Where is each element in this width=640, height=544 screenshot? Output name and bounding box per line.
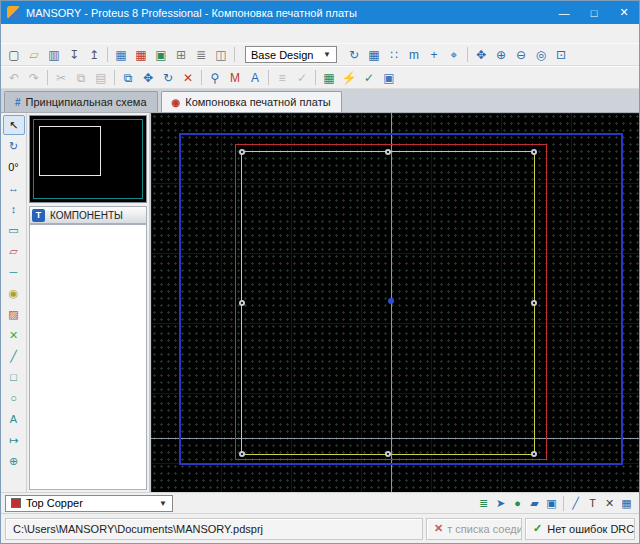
layer-selector[interactable]: Top Copper ▼ — [5, 495, 173, 512]
tab-bar: # Принципиальная схема ◉ Компоновка печа… — [1, 89, 639, 113]
zoom-out-icon[interactable]: ⊖ — [511, 45, 531, 64]
snap-grid-icon[interactable]: ∷ — [384, 45, 404, 64]
filter-all-icon[interactable]: ▦ — [618, 495, 635, 512]
menu-tools[interactable] — [64, 32, 76, 36]
auto-name-icon[interactable]: M — [225, 68, 245, 87]
netlist-icon[interactable]: ≡ — [272, 68, 292, 87]
find-component-icon[interactable]: ⚲ — [205, 68, 225, 87]
design-explorer-icon[interactable]: ⊞ — [171, 45, 191, 64]
select-tool-icon[interactable]: ↖ — [3, 115, 25, 135]
close-button[interactable]: ✕ — [609, 1, 639, 24]
cursor-toggle-icon[interactable]: ⌖ — [444, 45, 464, 64]
menu-library[interactable] — [52, 32, 64, 36]
components-list[interactable] — [29, 224, 147, 490]
filter-pads-icon[interactable]: ▣ — [543, 495, 560, 512]
mirror-y-icon[interactable]: ↕ — [3, 199, 25, 219]
drc-report-icon[interactable]: ✓ — [359, 68, 379, 87]
auto-placer-icon[interactable]: ▦ — [319, 68, 339, 87]
via-mode-icon[interactable]: ◉ — [3, 283, 25, 303]
component-mode-icon[interactable]: ▭ — [3, 220, 25, 240]
menu-output[interactable] — [16, 32, 28, 36]
filter-text-icon[interactable]: T — [584, 495, 601, 512]
menu-file[interactable] — [4, 32, 16, 36]
undo-icon[interactable]: ↶ — [4, 68, 24, 87]
separator — [47, 70, 48, 85]
separator — [563, 496, 564, 511]
filter-zones-icon[interactable]: ▰ — [526, 495, 543, 512]
2d-box-icon[interactable]: □ — [3, 367, 25, 387]
separator — [114, 70, 115, 85]
maximize-button[interactable]: □ — [579, 1, 609, 24]
block-move-icon[interactable]: ✥ — [138, 68, 158, 87]
track-mode-icon[interactable]: ─ — [3, 262, 25, 282]
property-tool-icon[interactable]: A — [245, 68, 265, 87]
design-selector[interactable]: Base Design ▼ — [245, 46, 337, 63]
2d-text-icon[interactable]: A — [3, 409, 25, 429]
2d-circle-icon[interactable]: ○ — [3, 388, 25, 408]
zoom-all-icon[interactable]: ◎ — [531, 45, 551, 64]
menu-help[interactable] — [100, 32, 112, 36]
filter-tracks-icon[interactable]: ➤ — [492, 495, 509, 512]
false-origin-icon[interactable]: + — [424, 45, 444, 64]
pan-icon[interactable]: ✥ — [471, 45, 491, 64]
package-mode-icon[interactable]: ▱ — [3, 241, 25, 261]
menu-bar — [1, 24, 639, 43]
dimension-icon[interactable]: ↦ — [3, 430, 25, 450]
chevron-down-icon: ▼ — [323, 50, 331, 59]
crc-icon[interactable]: ✓ — [292, 68, 312, 87]
menu-view[interactable] — [40, 32, 52, 36]
menu-process[interactable] — [76, 32, 88, 36]
new-project-icon[interactable]: ▢ — [4, 45, 24, 64]
filter-markers-icon[interactable]: ✕ — [601, 495, 618, 512]
redraw-icon[interactable]: ↻ — [344, 45, 364, 64]
import-icon[interactable]: ↧ — [64, 45, 84, 64]
toolbar-edit: ↶↷✂⧉▤⧉✥↻✕⚲MA≡✓▦⚡✓▣ — [1, 66, 639, 89]
2d-line-icon[interactable]: ╱ — [3, 346, 25, 366]
filter-vias-icon[interactable]: ● — [509, 495, 526, 512]
ratsnest-mode-icon[interactable]: ✕ — [3, 325, 25, 345]
tab-icon: ◉ — [172, 97, 181, 108]
zoom-in-icon[interactable]: ⊕ — [491, 45, 511, 64]
mirror-x-icon[interactable]: ↔ — [3, 178, 25, 198]
filter-layers-icon[interactable]: ≣ — [475, 495, 492, 512]
menu-system[interactable] — [88, 32, 100, 36]
metric-toggle-icon[interactable]: m — [404, 45, 424, 64]
export-icon[interactable]: ↥ — [84, 45, 104, 64]
redraw-tool-icon[interactable]: ↻ — [3, 136, 25, 156]
cut-icon[interactable]: ✂ — [51, 68, 71, 87]
redo-icon[interactable]: ↷ — [24, 68, 44, 87]
schematic-view-icon[interactable]: ▦ — [111, 45, 131, 64]
block-copy-icon[interactable]: ⧉ — [118, 68, 138, 87]
separator — [268, 70, 269, 85]
origin-tool-icon[interactable]: ⊕ — [3, 451, 25, 471]
filter-graphics-icon[interactable]: ╱ — [567, 495, 584, 512]
block-rotate-icon[interactable]: ↻ — [158, 68, 178, 87]
pcb-canvas[interactable] — [151, 113, 639, 492]
zoom-area-icon[interactable]: ⊡ — [551, 45, 571, 64]
pcb-view-icon[interactable]: ▦ — [131, 45, 151, 64]
minimize-button[interactable]: — — [549, 1, 579, 24]
save-project-icon[interactable]: ▥ — [44, 45, 64, 64]
menu-edit[interactable] — [28, 32, 40, 36]
3d-visualizer-icon[interactable]: ▣ — [379, 68, 399, 87]
block-delete-icon[interactable]: ✕ — [178, 68, 198, 87]
separator — [234, 47, 235, 62]
tab-schematic[interactable]: # Принципиальная схема — [4, 91, 158, 112]
gerber-view-icon[interactable]: ◫ — [211, 45, 231, 64]
copy-icon[interactable]: ⧉ — [71, 68, 91, 87]
separator — [467, 47, 468, 62]
grid-toggle-icon[interactable]: ▦ — [364, 45, 384, 64]
bom-view-icon[interactable]: ≣ — [191, 45, 211, 64]
zone-mode-icon[interactable]: ▨ — [3, 304, 25, 324]
toolbar-main-left-group: ▢▱▥↧↥▦▦▣⊞≣◫ — [4, 45, 238, 64]
mounting-pad — [531, 300, 537, 306]
mounting-pad — [239, 451, 245, 457]
rotation-angle[interactable]: 0° — [3, 157, 25, 177]
overview-window[interactable] — [29, 115, 147, 203]
components-panel-title: КОМПОНЕНТЫ — [50, 210, 123, 221]
paste-icon[interactable]: ▤ — [91, 68, 111, 87]
open-project-icon[interactable]: ▱ — [24, 45, 44, 64]
3d-view-icon[interactable]: ▣ — [151, 45, 171, 64]
tab-pcb-layout[interactable]: ◉ Компоновка печатной платы — [161, 91, 342, 112]
auto-router-icon[interactable]: ⚡ — [339, 68, 359, 87]
